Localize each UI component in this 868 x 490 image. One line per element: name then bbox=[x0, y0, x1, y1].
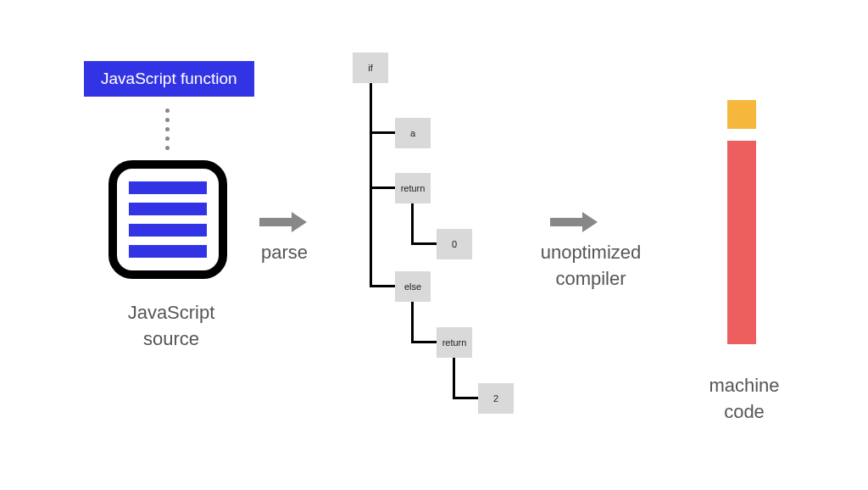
dot-icon bbox=[165, 118, 170, 122]
source-line-icon bbox=[129, 203, 207, 215]
source-line-icon bbox=[129, 181, 207, 194]
arrow-parse-icon bbox=[259, 212, 307, 232]
tree-node-return1: return bbox=[395, 173, 431, 203]
tree-node-return2: return bbox=[437, 327, 472, 358]
source-file-icon bbox=[108, 160, 227, 279]
tree-node-zero: 0 bbox=[437, 229, 472, 259]
tree-node-else: else bbox=[395, 271, 431, 302]
tree-line-icon bbox=[411, 341, 437, 343]
tree-line-icon bbox=[411, 242, 437, 245]
tree-line-icon bbox=[370, 131, 395, 134]
dot-icon bbox=[165, 136, 170, 141]
source-line-icon bbox=[129, 224, 207, 237]
machine-code-label: machine code bbox=[702, 373, 787, 426]
machine-code-red-icon bbox=[727, 141, 756, 344]
machine-code-orange-icon bbox=[727, 100, 756, 129]
tree-node-two: 2 bbox=[478, 383, 514, 414]
tree-line-icon bbox=[411, 302, 414, 342]
tree-node-if: if bbox=[353, 53, 388, 83]
dot-icon bbox=[165, 109, 170, 113]
arrow-compiler-icon bbox=[550, 212, 598, 232]
dot-icon bbox=[165, 127, 170, 131]
arrow-head-icon bbox=[582, 212, 598, 232]
tree-line-icon bbox=[411, 203, 414, 244]
tree-line-icon bbox=[370, 187, 395, 189]
arrow-line-icon bbox=[259, 218, 292, 226]
tree-line-icon bbox=[370, 285, 395, 287]
source-label: JavaScript source bbox=[120, 300, 222, 353]
js-function-badge: JavaScript function bbox=[84, 61, 254, 97]
tree-line-icon bbox=[370, 83, 372, 287]
tree-line-icon bbox=[453, 358, 455, 398]
parse-label: parse bbox=[261, 240, 308, 266]
tree-line-icon bbox=[453, 397, 478, 399]
compiler-label: unoptimized compiler bbox=[531, 240, 650, 292]
tree-node-a: a bbox=[395, 118, 431, 148]
arrow-line-icon bbox=[550, 218, 582, 226]
dots-connector bbox=[165, 109, 170, 150]
dot-icon bbox=[165, 146, 170, 150]
js-function-label: JavaScript function bbox=[101, 70, 237, 87]
arrow-head-icon bbox=[292, 212, 307, 232]
source-line-icon bbox=[129, 245, 207, 258]
